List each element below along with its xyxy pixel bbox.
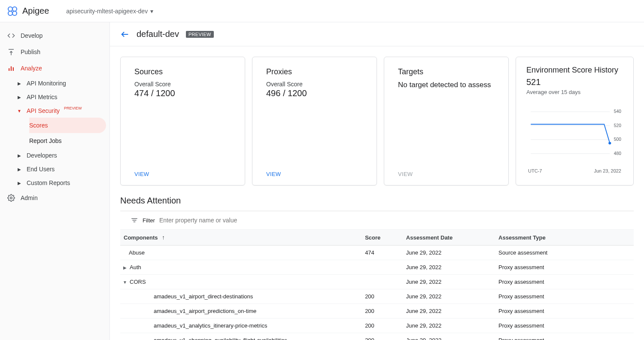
preview-chip: PREVIEW (186, 31, 214, 38)
table-row[interactable]: Abuse474June 29, 2022Source assessment (120, 246, 634, 260)
preview-tag: PREVIEW (64, 106, 82, 110)
filter-input[interactable] (159, 217, 623, 224)
filter-label: Filter (143, 217, 155, 224)
nav-develop[interactable]: Develop (0, 27, 109, 44)
analytics-icon (7, 64, 15, 72)
cell-score: 474 (361, 246, 403, 260)
cell-date: June 29, 2022 (403, 319, 495, 333)
col-type[interactable]: Assessment Type (495, 230, 634, 246)
cell-date: June 29, 2022 (403, 260, 495, 275)
svg-rect-6 (9, 68, 9, 71)
nav-publish[interactable]: Publish (0, 44, 109, 60)
view-button[interactable]: VIEW (266, 171, 281, 177)
cell-score: 200 (361, 319, 403, 333)
svg-point-19 (608, 142, 611, 144)
nav-developers[interactable]: ▶ Developers (15, 149, 109, 162)
cell-date: June 29, 2022 (403, 289, 495, 304)
svg-text:480: 480 (614, 151, 621, 156)
cell-score: 200 (361, 333, 403, 340)
nav-custom-reports[interactable]: ▶ Custom Reports (15, 176, 109, 190)
nav-report-jobs[interactable]: Report Jobs (29, 133, 109, 149)
history-score: 521 (526, 77, 623, 87)
nav-label: Scores (29, 122, 48, 129)
view-button-disabled: VIEW (398, 171, 413, 177)
nav-label: Report Jobs (29, 137, 61, 144)
project-name: apisecurity-mltest-apigeex-dev (66, 8, 148, 15)
nav-admin[interactable]: Admin (0, 190, 109, 206)
nav-api-metrics[interactable]: ▶ API Metrics (15, 90, 109, 104)
proxies-card: Proxies Overall Score 496 / 1200 VIEW (252, 57, 377, 185)
cell-type: Proxy assessment (495, 289, 634, 304)
sidebar: Develop Publish Analyze ▶ API Monitoring… (0, 22, 110, 340)
table-row[interactable]: ▼CORSJune 29, 2022Proxy assessment (120, 275, 634, 289)
publish-icon (7, 48, 15, 56)
card-title: Sources (134, 67, 231, 76)
nav-scores[interactable]: Scores (29, 118, 106, 133)
component-name: amadeus_v1_airport_direct-destinations (154, 293, 253, 300)
table-row[interactable]: amadeus_v1_airport_predictions_on-time20… (120, 304, 634, 319)
needs-attention-table: Components ↑ Score Assessment Date Asses… (120, 230, 634, 340)
view-button[interactable]: VIEW (134, 171, 149, 177)
card-score: 474 / 1200 (134, 88, 231, 98)
card-title: Targets (398, 67, 495, 76)
cell-date: June 29, 2022 (403, 333, 495, 340)
col-score[interactable]: Score (361, 230, 403, 246)
table-row[interactable]: ▶AuthJune 29, 2022Proxy assessment (120, 260, 634, 275)
svg-point-0 (8, 7, 12, 11)
product-name: Apigee (22, 6, 49, 16)
nav-label: API Metrics (27, 94, 58, 100)
chart-tz: UTC-7 (528, 168, 542, 173)
svg-text:520: 520 (614, 123, 621, 128)
chart-date: Jun 23, 2022 (594, 168, 621, 173)
code-icon (7, 32, 15, 39)
nav-end-users[interactable]: ▶ End Users (15, 162, 109, 176)
chevron-right-icon[interactable]: ▶ (122, 265, 128, 270)
svg-rect-8 (13, 67, 14, 71)
nav-label: Analyze (21, 65, 42, 72)
history-card: Environment Score History 521 Average ov… (516, 57, 634, 185)
back-button[interactable] (120, 30, 130, 39)
svg-point-3 (12, 11, 17, 15)
history-chart: 480500520540 (526, 102, 623, 167)
nav-label: Publish (21, 49, 40, 55)
nav-label: API Monitoring (27, 80, 66, 87)
svg-point-2 (8, 11, 12, 15)
product-logo: Apigee (7, 6, 49, 17)
table-row[interactable]: amadeus_v1_airport_direct-destinations20… (120, 289, 634, 304)
nav-analyze[interactable]: Analyze (0, 60, 109, 76)
svg-point-9 (10, 197, 12, 199)
card-title: Proxies (266, 67, 363, 76)
apigee-logo-icon (7, 6, 18, 17)
svg-rect-7 (11, 67, 12, 71)
top-header: Apigee apisecurity-mltest-apigeex-dev ▾ (0, 0, 644, 22)
cell-date: June 29, 2022 (403, 304, 495, 319)
col-components[interactable]: Components ↑ (120, 230, 361, 246)
nav-api-monitoring[interactable]: ▶ API Monitoring (15, 76, 109, 90)
card-message: No target detected to assess (398, 81, 495, 89)
gear-icon (7, 194, 15, 202)
chevron-right-icon: ▶ (15, 167, 23, 172)
cell-date: June 29, 2022 (403, 246, 495, 260)
needs-attention-title: Needs Attention (110, 196, 644, 211)
chevron-down-icon[interactable]: ▼ (122, 280, 128, 285)
nav-label: API Security (27, 107, 60, 114)
page-header: default-dev PREVIEW (110, 22, 644, 46)
component-name: amadeus_v1_shopping_availability_flight-… (154, 337, 287, 340)
sources-card: Sources Overall Score 474 / 1200 VIEW (120, 57, 245, 185)
nav-label: Develop (21, 32, 43, 39)
project-selector[interactable]: apisecurity-mltest-apigeex-dev ▾ (66, 8, 153, 15)
col-date[interactable]: Assessment Date (403, 230, 495, 246)
cell-type: Source assessment (495, 246, 634, 260)
nav-label: Custom Reports (27, 179, 70, 186)
page-title: default-dev (137, 29, 179, 39)
nav-api-security[interactable]: ▼ API Security PREVIEW (15, 104, 109, 118)
nav-label: Developers (27, 152, 57, 159)
main-content: default-dev PREVIEW Sources Overall Scor… (110, 22, 644, 340)
filter-icon[interactable] (131, 216, 138, 224)
table-row[interactable]: amadeus_v1_shopping_availability_flight-… (120, 333, 634, 340)
component-name: Abuse (129, 249, 145, 256)
nav-label: Admin (21, 194, 38, 201)
table-row[interactable]: amadeus_v1_analytics_itinerary-price-met… (120, 319, 634, 333)
card-score: 496 / 1200 (266, 88, 363, 98)
history-subtitle: Average over 15 days (526, 89, 623, 95)
